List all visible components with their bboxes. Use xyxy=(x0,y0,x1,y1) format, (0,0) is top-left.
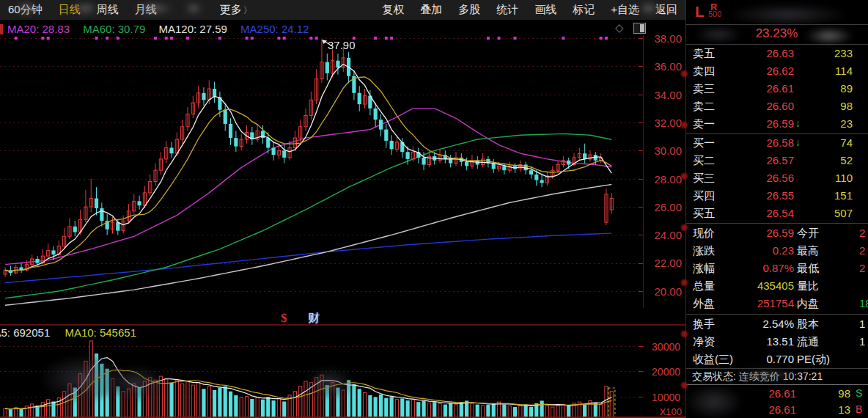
quote-info-row: 现价26.59今开2 xyxy=(685,224,868,242)
orderbook-volume: 233 xyxy=(795,47,853,59)
orderbook-price: 26.60 xyxy=(729,100,794,112)
tick-price: 26.61 xyxy=(755,403,796,416)
split-panel-icon[interactable] xyxy=(633,23,646,34)
price-axis-tick: 24.00 xyxy=(647,229,682,241)
chevron-right-icon: 〉 xyxy=(242,5,252,15)
red-dot xyxy=(681,122,688,128)
volume-axis-tick: 20000 xyxy=(647,366,680,378)
orderbook-row-buy[interactable]: 买一26.58↓74 xyxy=(685,134,868,152)
tool-overlay[interactable]: 叠加 xyxy=(412,3,450,17)
orderbook-price: 26.62 xyxy=(729,65,794,77)
orderbook-volume: 114 xyxy=(795,65,853,77)
tick-volume: 98 xyxy=(810,387,850,400)
tick-price: 26.61 xyxy=(755,387,796,400)
price-axis-tick: 32.00 xyxy=(647,117,682,129)
orderbook-label: 卖五 xyxy=(693,47,715,61)
ma120-label: MA120: 27.59 xyxy=(158,23,227,35)
tool-mark[interactable]: 标记 xyxy=(564,3,603,17)
orderbook-price: 26.57 xyxy=(729,154,794,166)
price-axis-tick: 20.00 xyxy=(647,285,682,298)
info-value-clipped: 18 xyxy=(859,297,868,309)
orderbook-row-sell[interactable]: 卖二26.6098 xyxy=(685,98,868,115)
info-value-clipped: 1 xyxy=(859,335,865,348)
orderbook-label: 卖三 xyxy=(693,82,715,96)
tick-side: S xyxy=(856,387,862,399)
tool-stats[interactable]: 统计 xyxy=(488,3,526,17)
diamond-marker-icon[interactable]: ◇ xyxy=(615,21,624,34)
info-value-clipped: 2 xyxy=(859,244,865,257)
orderbook-price: 26.58 xyxy=(729,136,794,149)
divider xyxy=(686,223,868,224)
quote-info-grid: 现价26.59今开2涨跌0.23最高2涨幅0.87%最低2总量435405量比外… xyxy=(685,224,868,312)
blur-smudge xyxy=(306,368,352,397)
orderbook-row-buy[interactable]: 买四26.55151 xyxy=(685,187,868,205)
tab-more[interactable]: 更多〉 xyxy=(212,3,260,17)
info-value-clipped: 2 xyxy=(859,227,865,239)
info-label: 换手 xyxy=(693,318,715,331)
info-label: 流通 xyxy=(797,335,819,349)
volume-axis-tick: 30000 xyxy=(647,341,680,353)
info-label: 收益(三) xyxy=(693,353,733,367)
blur-smudge xyxy=(16,1,37,15)
info-value: 0.23 xyxy=(728,244,794,257)
blur-smudge xyxy=(110,367,163,400)
price-axis-tick: 38.00 xyxy=(647,32,682,45)
price-axis-tick: 34.00 xyxy=(647,89,682,101)
orderbook-row-buy[interactable]: 买五26.54507 xyxy=(685,205,868,222)
orderbook-row-buy[interactable]: 买二26.5752 xyxy=(685,152,868,169)
orderbook-volume: 151 xyxy=(795,189,853,202)
orderbook-price: 26.61 xyxy=(729,82,794,95)
orderbook-volume: 23 xyxy=(795,117,853,130)
info-label: 总量 xyxy=(693,279,715,293)
orderbook-price: 26.54 xyxy=(729,207,794,219)
orderbook-label: 买二 xyxy=(693,154,715,168)
dollar-icon: $ xyxy=(281,311,287,325)
blur-smudge xyxy=(806,28,852,44)
orderbook-volume: 110 xyxy=(795,172,853,184)
info-value: 0.87% xyxy=(728,262,794,274)
main-chart-canvas[interactable] xyxy=(0,35,644,308)
orderbook-row-sell[interactable]: 卖四26.62114 xyxy=(685,62,868,80)
blur-smudge xyxy=(733,4,843,25)
red-dot xyxy=(681,382,688,389)
ma20-label: MA20: 28.83 xyxy=(7,23,70,35)
orderbook-sells: 卖五26.63233卖四26.62114卖三26.6189卖二26.6098卖一… xyxy=(685,45,868,133)
info-value-clipped: 1 xyxy=(859,318,865,330)
blur-smudge xyxy=(134,2,174,15)
orderbook-price: 26.59 xyxy=(729,117,794,130)
blur-smudge xyxy=(696,26,740,43)
ma-indicator-row: MA20: 28.83 MA60: 30.79 MA120: 27.59 MA2… xyxy=(7,23,319,36)
blur-smudge xyxy=(639,1,658,15)
price-axis-tick: 30.00 xyxy=(647,144,682,157)
tool-multistock[interactable]: 多股 xyxy=(450,3,488,17)
info-label: 最低 xyxy=(797,262,819,276)
price-axis-tick: 36.00 xyxy=(647,60,682,73)
orderbook-label: 买四 xyxy=(693,189,715,203)
blur-smudge xyxy=(72,2,98,15)
tick-volume: 13 xyxy=(810,403,850,416)
watermark-char: 财 xyxy=(308,312,320,324)
ma250-label: MA250: 24.12 xyxy=(240,23,309,35)
tag-500: 500 xyxy=(708,10,721,18)
quote-info-row: 外盘251754内盘18 xyxy=(685,295,868,312)
tool-fuquan[interactable]: 复权 xyxy=(374,3,412,17)
info-label: PE(动) xyxy=(797,353,830,367)
stock-trading-app: { "toolbar": { "period_tabs": [ {"label"… xyxy=(0,0,868,418)
info-value: 26.59 xyxy=(728,227,794,239)
orderbook-price: 26.55 xyxy=(729,189,794,202)
quote-info-row: 换手2.54%股本1 xyxy=(685,315,868,333)
red-dot xyxy=(681,331,688,337)
orderbook-row-sell[interactable]: 卖一26.59↓23 xyxy=(685,115,868,133)
orderbook-row-sell[interactable]: 卖三26.6189 xyxy=(685,80,868,98)
blur-smudge xyxy=(688,386,740,418)
orderbook-row-sell[interactable]: 卖五26.63233 xyxy=(685,45,868,62)
info-label: 股本 xyxy=(797,318,819,331)
info-label: 现价 xyxy=(693,227,715,241)
info-label: 外盘 xyxy=(693,297,715,311)
info-value: 0.770 xyxy=(728,353,794,365)
orderbook-row-buy[interactable]: 买三26.56110 xyxy=(685,169,868,187)
volume-unit-label: X100 xyxy=(648,406,682,417)
tool-drawline[interactable]: 画线 xyxy=(526,3,564,17)
info-value: 2.54% xyxy=(728,318,794,330)
orderbook-price: 26.63 xyxy=(729,47,794,59)
